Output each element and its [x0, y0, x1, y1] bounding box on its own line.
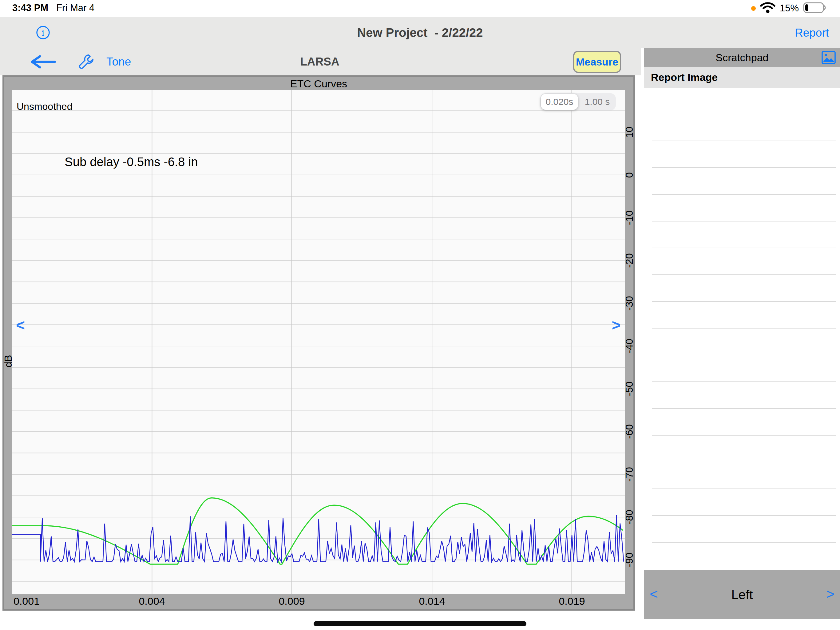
ruled-line [652, 328, 836, 329]
y-tick-label: 0 [624, 172, 635, 178]
ruled-line [652, 167, 836, 168]
status-bar: 3:43 PMFri Mar 4 15% [0, 0, 840, 17]
app-screen: 3:43 PMFri Mar 4 15% New Pro [0, 0, 840, 630]
report-image-row[interactable]: Report Image [644, 67, 840, 88]
x-tick-label: 0.019 [559, 594, 585, 609]
status-time: 3:43 PM [12, 2, 48, 13]
module-title: LARSA [295, 48, 344, 75]
svg-text:i: i [42, 28, 44, 38]
nav-bar: New Project - 2/22/22 i Report [0, 17, 840, 48]
ruled-line [652, 194, 836, 195]
info-button[interactable]: i [36, 25, 51, 40]
x-tick-label: 0.014 [419, 594, 445, 609]
smoothing-label: Unsmoothed [17, 101, 72, 112]
ruled-line [652, 141, 836, 141]
back-arrow-icon [28, 55, 57, 69]
battery-percent: 15% [780, 3, 799, 14]
x-tick-label: 0.004 [139, 594, 165, 609]
y-tick-label: -70 [624, 467, 635, 482]
y-tick-label: -80 [624, 510, 635, 524]
back-button[interactable] [28, 55, 57, 69]
project-title: New Project - 2/22/22 [0, 17, 840, 48]
time-range-option-short[interactable]: 0.020s [541, 94, 578, 110]
scratchpad-header: Scratchpad [644, 48, 840, 67]
ruled-line [652, 301, 836, 302]
y-tick-label: -50 [624, 381, 635, 396]
ruled-line [652, 515, 836, 516]
y-tick-label: 10 [624, 127, 635, 138]
etc-chart-panel: ETC Curves Unsmoothed Sub delay -0.5ms -… [2, 75, 635, 611]
chart-pan-left-button[interactable]: < [16, 316, 25, 334]
ruled-line [652, 221, 836, 222]
impulse-trace [12, 515, 624, 562]
home-indicator[interactable] [314, 621, 526, 626]
wifi-icon [760, 2, 775, 15]
channel-label: Left [644, 570, 840, 619]
sub-delay-annotation: Sub delay -0.5ms -6.8 in [65, 155, 198, 169]
y-tick-label: -20 [624, 253, 635, 268]
y-tick-label: -60 [624, 424, 635, 439]
scratchpad-title: Scratchpad [644, 48, 840, 67]
chart-title: ETC Curves [4, 77, 633, 90]
battery-icon [803, 2, 826, 15]
settings-button[interactable] [77, 53, 95, 70]
horizontal-gridlines [12, 111, 625, 581]
y-axis-title: dB [4, 90, 12, 594]
ruled-line [652, 542, 836, 543]
channel-next-button[interactable]: > [826, 570, 834, 619]
x-tick-label: 0.001 [14, 594, 39, 609]
x-axis-ticks: 0.0010.0040.0090.0140.019 [12, 594, 625, 609]
ruled-line [652, 248, 836, 248]
ruled-line [652, 462, 836, 462]
y-tick-label: -40 [624, 339, 635, 353]
y-axis-ticks: 100-10-20-30-40-50-60-70-80-90 [625, 90, 633, 594]
toolbar: Tone LARSA Measure [0, 48, 641, 75]
y-tick-label: -30 [624, 296, 635, 311]
db-text: dB [2, 355, 14, 367]
wrench-icon [77, 53, 95, 70]
ruled-line [652, 408, 836, 409]
time-range-segmented-control: 0.020s 1.00 s [540, 93, 616, 111]
tone-button[interactable]: Tone [106, 48, 131, 75]
ruled-line [652, 381, 836, 382]
status-date: Fri Mar 4 [56, 2, 95, 13]
status-indicators: 15% [751, 2, 826, 15]
y-tick-label: -90 [624, 552, 635, 567]
mic-in-use-indicator-icon [751, 6, 756, 11]
scratchpad-ruled-lines [644, 48, 840, 630]
time-range-option-long[interactable]: 1.00 s [579, 93, 616, 111]
ruled-line [652, 355, 836, 355]
ruled-line [652, 435, 836, 435]
scratchpad-panel: Scratchpad Report Image Left < > [644, 48, 840, 630]
info-icon: i [36, 25, 51, 40]
ruled-line [652, 274, 836, 275]
etc-plot-area[interactable]: Unsmoothed Sub delay -0.5ms -6.8 in 0.02… [12, 90, 625, 594]
picture-icon [821, 51, 836, 64]
status-time-date: 3:43 PMFri Mar 4 [12, 2, 95, 14]
y-tick-label: -10 [624, 211, 635, 225]
scratchpad-image-button[interactable] [821, 51, 836, 64]
channel-selector-bar: Left < > [644, 570, 840, 619]
x-tick-label: 0.009 [279, 594, 305, 609]
ruled-line [652, 489, 836, 489]
measure-button[interactable]: Measure [573, 51, 621, 73]
channel-prev-button[interactable]: < [650, 570, 658, 619]
report-button[interactable]: Report [795, 17, 829, 48]
chart-pan-right-button[interactable]: > [612, 316, 621, 334]
